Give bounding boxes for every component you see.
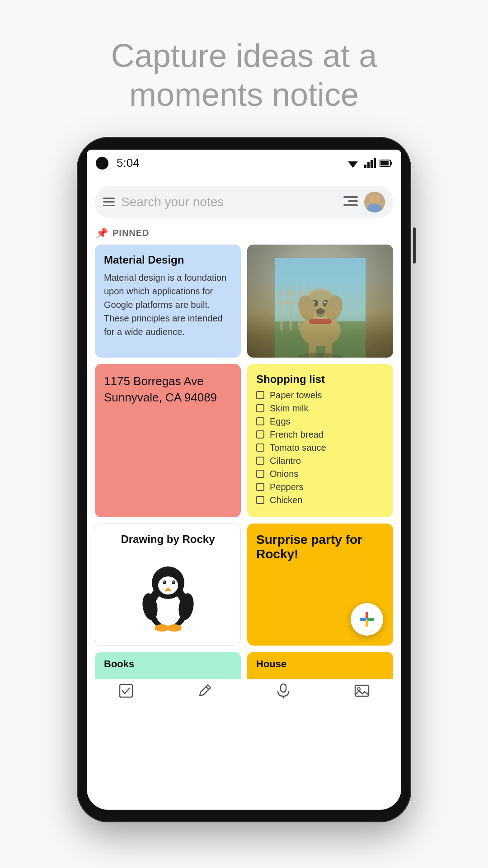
image-icon	[354, 683, 370, 698]
list-item: Peppers	[256, 482, 384, 492]
nav-voice-button[interactable]	[263, 679, 304, 702]
svg-rect-12	[275, 258, 366, 358]
nav-draw-button[interactable]	[184, 679, 225, 702]
svg-point-49	[155, 624, 169, 632]
list-item: Onions	[256, 469, 384, 479]
svg-point-35	[298, 353, 343, 358]
svg-point-26	[324, 302, 326, 303]
status-time: 5:04	[117, 156, 140, 170]
checkbox[interactable]	[256, 443, 264, 452]
list-item: Tomato sauce	[256, 443, 384, 453]
avatar[interactable]	[364, 192, 385, 212]
nav-image-button[interactable]	[342, 679, 382, 702]
phone-frame: 5:04	[77, 137, 411, 822]
note-material-design[interactable]: Material Design Material design is a fou…	[95, 245, 241, 358]
checkbox[interactable]	[256, 496, 264, 504]
svg-point-39	[158, 576, 178, 594]
check-square-icon	[118, 683, 134, 698]
drawing-title: Drawing by Rocky	[104, 533, 231, 546]
svg-point-21	[303, 288, 338, 323]
svg-point-20	[300, 315, 341, 346]
hero-line2: moments notice	[129, 76, 359, 113]
checkbox[interactable]	[256, 391, 264, 399]
svg-rect-32	[325, 340, 332, 355]
wifi-icon	[345, 158, 361, 169]
checkbox[interactable]	[256, 483, 264, 491]
svg-point-11	[371, 196, 378, 203]
phone-screen: Search your notes 📌 PINNED	[87, 177, 401, 810]
menu-button[interactable]	[103, 198, 115, 206]
svg-rect-52	[367, 618, 374, 621]
svg-point-50	[167, 624, 182, 632]
shopping-list-items: Paper towels Skim milk Eggs French bread…	[256, 390, 384, 505]
svg-point-60	[357, 688, 360, 690]
svg-rect-16	[298, 285, 301, 330]
svg-rect-2	[367, 162, 370, 168]
search-bar[interactable]: Search your notes	[95, 186, 393, 218]
nav-notes-button[interactable]	[106, 679, 146, 702]
svg-point-23	[312, 300, 318, 307]
pinned-section-label: 📌 PINNED	[87, 224, 401, 245]
search-input[interactable]: Search your notes	[121, 195, 337, 209]
note-dog-photo[interactable]	[247, 245, 393, 358]
penguin-illustration	[104, 550, 231, 636]
svg-rect-14	[280, 285, 283, 330]
svg-rect-6	[380, 161, 389, 165]
svg-point-24	[323, 300, 329, 307]
note-shopping-list[interactable]: Shopping list Paper towels Skim milk Egg…	[247, 364, 393, 517]
party-title: Surprise party for Rocky!	[256, 533, 384, 561]
checkbox[interactable]	[256, 417, 264, 425]
svg-rect-55	[120, 684, 132, 697]
hero-line1: Capture ideas at a	[111, 38, 377, 74]
checkbox[interactable]	[256, 457, 264, 465]
svg-rect-4	[374, 158, 376, 168]
pinned-text: PINNED	[113, 228, 150, 238]
status-icons	[345, 158, 392, 169]
list-item: Skim milk	[256, 403, 384, 414]
svg-point-27	[316, 308, 325, 315]
svg-rect-19	[277, 301, 314, 304]
add-note-fab[interactable]	[351, 603, 383, 636]
notes-grid: Material Design Material design is a fou…	[87, 245, 401, 646]
pin-icon: 📌	[96, 227, 108, 239]
note-address-text: 1175 Borregas Ave Sunnyvale, CA 94089	[104, 373, 232, 406]
svg-point-28	[296, 293, 318, 322]
status-bar: 5:04	[87, 150, 401, 177]
hero-tagline: Capture ideas at a moments notice	[0, 0, 488, 137]
svg-rect-54	[366, 620, 368, 627]
svg-rect-1	[364, 165, 366, 168]
dog-photo-image	[247, 245, 393, 358]
checkbox[interactable]	[256, 404, 264, 412]
svg-rect-13	[275, 321, 366, 358]
checkbox[interactable]	[256, 470, 264, 478]
svg-rect-30	[309, 319, 332, 324]
svg-point-45	[172, 581, 174, 582]
svg-rect-15	[289, 285, 292, 330]
layout-toggle-icon[interactable]	[343, 196, 358, 208]
mic-icon	[276, 683, 291, 698]
signal-icon	[364, 158, 376, 168]
side-button	[413, 227, 416, 264]
penguin-svg	[136, 555, 200, 632]
list-item: Chicken	[256, 495, 384, 505]
phone-mockup: 5:04	[77, 137, 411, 822]
dog-illustration	[275, 258, 366, 358]
svg-rect-57	[281, 684, 286, 692]
svg-point-22	[307, 291, 334, 314]
books-title: Books	[104, 658, 232, 670]
svg-point-33	[308, 353, 317, 358]
list-item: French bread	[256, 429, 384, 440]
battery-icon	[380, 159, 392, 167]
svg-rect-17	[307, 285, 310, 330]
partial-note-books[interactable]: Books	[95, 652, 241, 679]
note-title: Material Design	[104, 254, 232, 266]
svg-rect-51	[360, 618, 366, 621]
svg-point-34	[324, 353, 333, 358]
add-icon	[359, 611, 375, 627]
note-penguin-drawing[interactable]: Drawing by Rocky	[95, 524, 241, 646]
checkbox[interactable]	[256, 430, 264, 439]
partial-note-house[interactable]: House	[247, 652, 393, 679]
svg-rect-18	[277, 292, 314, 295]
svg-marker-0	[348, 161, 358, 168]
note-address[interactable]: 1175 Borregas Ave Sunnyvale, CA 94089	[95, 364, 241, 517]
